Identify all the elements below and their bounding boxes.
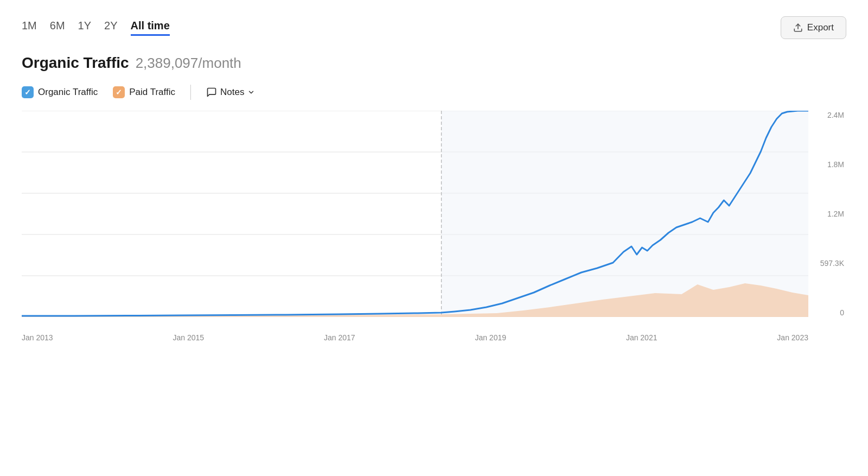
y-label-0: 0 xyxy=(840,308,844,317)
filter-6m[interactable]: 6M xyxy=(50,20,65,36)
chart-container: 2.4M 1.8M 1.2M 597.3K 0 Jan 2013 Jan 201… xyxy=(22,111,846,344)
filter-1y[interactable]: 1Y xyxy=(78,20,91,36)
top-bar: 1M 6M 1Y 2Y All time Export xyxy=(22,16,846,39)
metric-value: 2,389,097/month xyxy=(136,55,241,72)
chevron-down-icon xyxy=(247,88,255,96)
metric-title-text: Organic Traffic xyxy=(22,54,129,72)
paid-checkbox: ✓ xyxy=(113,86,125,98)
export-icon xyxy=(793,23,803,33)
legend-row: ✓ Organic Traffic ✓ Paid Traffic Notes xyxy=(22,85,846,100)
x-label-2021: Jan 2021 xyxy=(626,333,658,342)
notes-icon xyxy=(206,87,217,98)
filter-2y[interactable]: 2Y xyxy=(104,20,117,36)
metric-row: Organic Traffic 2,389,097/month xyxy=(22,54,846,72)
notes-label: Notes xyxy=(220,87,244,98)
notes-button[interactable]: Notes xyxy=(206,87,255,98)
export-button[interactable]: Export xyxy=(781,16,846,39)
y-axis: 2.4M 1.8M 1.2M 597.3K 0 xyxy=(808,111,846,317)
y-label-1-8m: 1.8M xyxy=(827,160,844,169)
x-label-2023: Jan 2023 xyxy=(777,333,808,342)
x-axis: Jan 2013 Jan 2015 Jan 2017 Jan 2019 Jan … xyxy=(22,317,808,344)
x-label-2013: Jan 2013 xyxy=(22,333,53,342)
y-label-597k: 597.3K xyxy=(820,259,844,268)
chart-area xyxy=(22,111,808,317)
x-label-2015: Jan 2015 xyxy=(173,333,204,342)
y-label-2-4m: 2.4M xyxy=(827,111,844,119)
filter-alltime[interactable]: All time xyxy=(131,20,170,36)
organic-label: Organic Traffic xyxy=(38,87,98,98)
x-label-2017: Jan 2017 xyxy=(324,333,355,342)
legend-paid[interactable]: ✓ Paid Traffic xyxy=(113,86,175,98)
time-filters: 1M 6M 1Y 2Y All time xyxy=(22,20,170,36)
paid-label: Paid Traffic xyxy=(129,87,175,98)
chart-svg xyxy=(22,111,808,317)
filter-1m[interactable]: 1M xyxy=(22,20,37,36)
legend-organic[interactable]: ✓ Organic Traffic xyxy=(22,86,98,98)
legend-divider xyxy=(190,85,191,100)
y-label-1-2m: 1.2M xyxy=(827,210,844,218)
metric-title: Organic Traffic 2,389,097/month xyxy=(22,54,846,72)
organic-checkbox: ✓ xyxy=(22,86,34,98)
x-label-2019: Jan 2019 xyxy=(475,333,506,342)
